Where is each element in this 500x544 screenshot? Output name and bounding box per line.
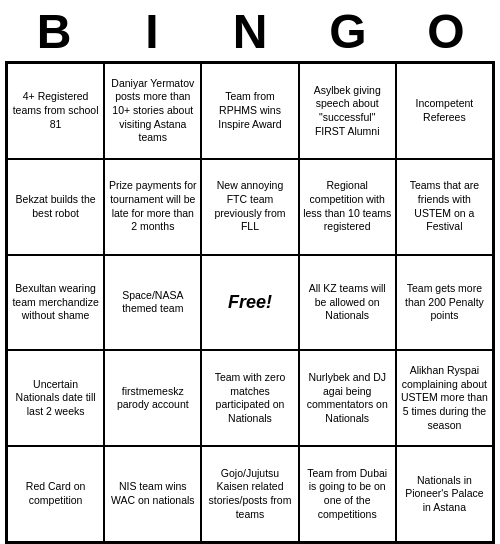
bingo-cell-2[interactable]: Team from RPHMS wins Inspire Award [201, 63, 298, 159]
letter-b: B [9, 4, 99, 59]
bingo-cell-20[interactable]: Red Card on competition [7, 446, 104, 542]
letter-g: G [303, 4, 393, 59]
bingo-cell-9[interactable]: Teams that are friends with USTEM on a F… [396, 159, 493, 255]
bingo-cell-18[interactable]: Nurlybek and DJ agai being commentators … [299, 350, 396, 446]
bingo-cell-17[interactable]: Team with zero matches participated on N… [201, 350, 298, 446]
bingo-cell-19[interactable]: Alikhan Ryspai complaining about USTEM m… [396, 350, 493, 446]
bingo-cell-24[interactable]: Nationals in Pioneer's Palace in Astana [396, 446, 493, 542]
bingo-cell-12[interactable]: Free! [201, 255, 298, 351]
bingo-cell-11[interactable]: Space/NASA themed team [104, 255, 201, 351]
bingo-cell-23[interactable]: Team from Dubai is going to be on one of… [299, 446, 396, 542]
bingo-cell-15[interactable]: Uncertain Nationals date till last 2 wee… [7, 350, 104, 446]
letter-o: O [401, 4, 491, 59]
letter-i: I [107, 4, 197, 59]
bingo-grid: 4+ Registered teams from school 81Daniya… [5, 61, 495, 544]
bingo-cell-0[interactable]: 4+ Registered teams from school 81 [7, 63, 104, 159]
bingo-cell-4[interactable]: Incompetent Referees [396, 63, 493, 159]
bingo-cell-16[interactable]: firstmemeskz parody account [104, 350, 201, 446]
bingo-cell-3[interactable]: Asylbek giving speech about "successful"… [299, 63, 396, 159]
bingo-cell-7[interactable]: New annoying FTC team previously from FL… [201, 159, 298, 255]
bingo-cell-22[interactable]: Gojo/Jujutsu Kaisen related stories/post… [201, 446, 298, 542]
bingo-cell-8[interactable]: Regional competition with less than 10 t… [299, 159, 396, 255]
letter-n: N [205, 4, 295, 59]
bingo-cell-5[interactable]: Bekzat builds the best robot [7, 159, 104, 255]
bingo-cell-14[interactable]: Team gets more than 200 Penalty points [396, 255, 493, 351]
bingo-cell-6[interactable]: Prize payments for tournament will be la… [104, 159, 201, 255]
bingo-cell-21[interactable]: NIS team wins WAC on nationals [104, 446, 201, 542]
bingo-cell-10[interactable]: Bexultan wearing team merchandize withou… [7, 255, 104, 351]
bingo-cell-1[interactable]: Daniyar Yermatov posts more than 10+ sto… [104, 63, 201, 159]
bingo-header: B I N G O [5, 0, 495, 61]
bingo-cell-13[interactable]: All KZ teams will be allowed on National… [299, 255, 396, 351]
